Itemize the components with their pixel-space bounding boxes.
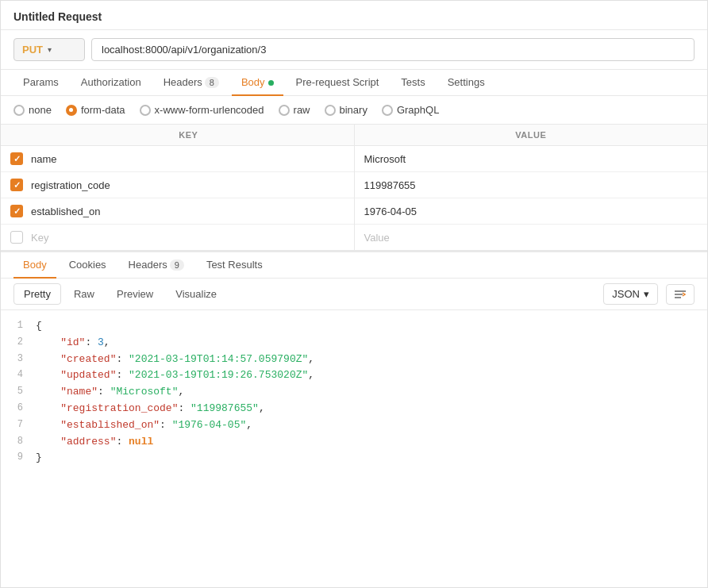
line-num: 9 xyxy=(13,450,36,467)
json-type-label: JSON xyxy=(612,288,640,300)
method-select[interactable]: PUT ▾ xyxy=(13,38,85,61)
json-line-6: 6 "registration_code": "119987655", xyxy=(13,401,695,417)
radio-circle-graphql xyxy=(382,105,393,116)
wrap-button[interactable] xyxy=(666,284,695,305)
radio-graphql[interactable]: GraphQL xyxy=(382,104,439,116)
format-preview[interactable]: Preview xyxy=(107,284,163,304)
line-num: 7 xyxy=(13,417,36,434)
line-num: 2 xyxy=(13,335,36,352)
method-label: PUT xyxy=(22,44,43,56)
json-line-8: 8 "address": null xyxy=(13,434,695,451)
radio-circle-form-data xyxy=(66,105,77,116)
table-row: established_on 1976-04-05 xyxy=(1,198,707,225)
radio-form-data[interactable]: form-data xyxy=(66,104,125,116)
line-num: 8 xyxy=(13,434,36,451)
json-line-content: "registration_code": "119987655", xyxy=(36,401,695,417)
radio-none[interactable]: none xyxy=(13,104,52,116)
json-line-content: "created": "2021-03-19T01:14:57.059790Z"… xyxy=(36,352,695,368)
url-bar: PUT ▾ xyxy=(1,30,707,70)
radio-label-form-data: form-data xyxy=(81,104,125,116)
checkbox-empty[interactable] xyxy=(10,231,23,244)
json-type-dropdown[interactable]: JSON ▾ xyxy=(603,283,658,305)
response-headers-badge: 9 xyxy=(170,259,184,271)
checkbox-2[interactable] xyxy=(10,179,23,191)
line-num: 4 xyxy=(13,367,36,384)
json-line-content: "id": 3, xyxy=(36,335,695,352)
json-line-content: "address": null xyxy=(36,434,695,451)
response-format-row: Pretty Raw Preview Visualize JSON ▾ xyxy=(1,279,707,310)
col-header-value: VALUE xyxy=(354,125,707,146)
json-line-content: "established_on": "1976-04-05", xyxy=(36,417,695,434)
json-line-content: { xyxy=(36,318,695,335)
chevron-down-icon: ▾ xyxy=(644,288,649,300)
key-cell-2: registration_code xyxy=(1,172,354,198)
json-line-2: 2 "id": 3, xyxy=(13,335,695,352)
json-line-7: 7 "established_on": "1976-04-05", xyxy=(13,417,695,434)
wrap-icon xyxy=(673,289,687,300)
request-tab-nav: Params Authorization Headers8 Body Pre-r… xyxy=(1,70,707,96)
key-cell-3: established_on xyxy=(1,198,354,225)
key-placeholder: Key xyxy=(31,232,48,244)
value-placeholder: Value xyxy=(364,232,390,244)
line-num: 1 xyxy=(13,318,36,335)
tab-response-headers[interactable]: Headers9 xyxy=(119,252,194,279)
json-viewer: 1 { 2 "id": 3, 3 "created": "2021-03-19T… xyxy=(1,310,707,475)
radio-urlencoded[interactable]: x-www-form-urlencoded xyxy=(140,104,264,116)
line-num: 6 xyxy=(13,401,36,417)
radio-circle-raw xyxy=(279,105,290,116)
value-cell-4[interactable]: Value xyxy=(354,225,707,251)
line-num: 3 xyxy=(13,352,36,368)
col-header-key: KEY xyxy=(1,125,354,146)
format-raw[interactable]: Raw xyxy=(64,284,104,304)
radio-label-graphql: GraphQL xyxy=(397,104,439,116)
json-line-1: 1 { xyxy=(13,318,695,335)
table-row: registration_code 119987655 xyxy=(1,172,707,198)
headers-badge: 8 xyxy=(205,77,219,88)
format-pretty[interactable]: Pretty xyxy=(13,283,61,305)
tab-settings[interactable]: Settings xyxy=(438,70,494,96)
tab-response-cookies[interactable]: Cookies xyxy=(60,252,116,279)
radio-raw[interactable]: raw xyxy=(279,104,310,116)
key-value-3: established_on xyxy=(31,206,100,217)
json-line-content: "name": "Microsoft", xyxy=(36,384,695,401)
radio-circle-urlencoded xyxy=(140,105,151,116)
radio-label-urlencoded: x-www-form-urlencoded xyxy=(155,104,264,116)
radio-label-binary: binary xyxy=(340,104,367,116)
key-cell-1: name xyxy=(1,146,354,172)
checkbox-3[interactable] xyxy=(10,205,23,217)
json-line-9: 9 } xyxy=(13,450,695,467)
radio-circle-none xyxy=(13,105,25,116)
response-tab-nav: Body Cookies Headers9 Test Results xyxy=(1,252,707,279)
json-line-5: 5 "name": "Microsoft", xyxy=(13,384,695,401)
json-line-content: } xyxy=(36,450,695,467)
app-container: Untitled Request PUT ▾ Params Authorizat… xyxy=(0,0,708,588)
value-cell-3[interactable]: 1976-04-05 xyxy=(354,198,707,225)
tab-tests[interactable]: Tests xyxy=(391,70,434,96)
tab-authorization[interactable]: Authorization xyxy=(71,70,151,96)
key-value-1: name xyxy=(31,153,57,165)
body-type-row: none form-data x-www-form-urlencoded raw… xyxy=(1,96,707,125)
checkbox-1[interactable] xyxy=(10,152,23,165)
tab-response-body[interactable]: Body xyxy=(13,252,56,279)
radio-binary[interactable]: binary xyxy=(325,104,367,116)
radio-label-none: none xyxy=(29,104,52,116)
tab-pre-request[interactable]: Pre-request Script xyxy=(287,70,389,96)
tab-headers[interactable]: Headers8 xyxy=(154,70,229,96)
json-line-3: 3 "created": "2021-03-19T01:14:57.059790… xyxy=(13,352,695,368)
radio-circle-binary xyxy=(325,105,336,116)
table-row: Key Value xyxy=(1,225,707,251)
tab-body[interactable]: Body xyxy=(232,70,283,96)
line-num: 5 xyxy=(13,384,36,401)
request-title: Untitled Request xyxy=(13,10,695,23)
title-bar: Untitled Request xyxy=(1,1,707,30)
key-value-2: registration_code xyxy=(31,179,110,191)
key-cell-4: Key xyxy=(1,225,354,251)
url-input[interactable] xyxy=(91,38,695,61)
value-cell-1[interactable]: Microsoft xyxy=(354,146,707,172)
json-line-4: 4 "updated": "2021-03-19T01:19:26.753020… xyxy=(13,367,695,384)
format-visualize[interactable]: Visualize xyxy=(166,284,226,304)
tab-params[interactable]: Params xyxy=(13,70,68,96)
tab-test-results[interactable]: Test Results xyxy=(197,252,272,279)
value-cell-2[interactable]: 119987655 xyxy=(354,172,707,198)
radio-label-raw: raw xyxy=(294,104,310,116)
